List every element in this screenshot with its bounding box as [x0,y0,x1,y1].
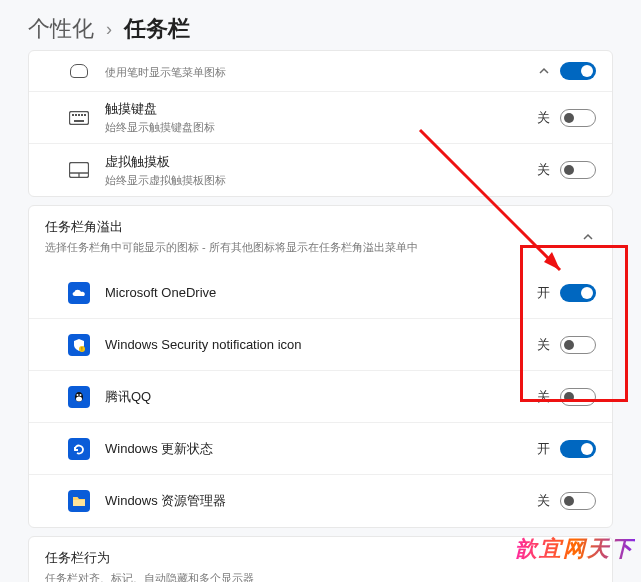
security-icon: ! [67,333,91,357]
setting-row-touch-keyboard: 触摸键盘 始终显示触摸键盘图标 关 [29,92,612,144]
overflow-row-explorer: Windows 资源管理器 关 [29,475,612,527]
svg-rect-0 [70,111,89,124]
toggle-pen-menu[interactable] [560,62,596,80]
breadcrumb-parent[interactable]: 个性化 [28,14,94,44]
app-label: 腾讯QQ [105,388,537,406]
setting-subtitle: 始终显示虚拟触摸板图标 [105,173,537,188]
toggle-onedrive[interactable] [560,284,596,302]
svg-rect-6 [74,120,84,122]
setting-title: 触摸键盘 [105,100,537,118]
app-label: Microsoft OneDrive [105,285,537,300]
setting-title: 虚拟触摸板 [105,153,537,171]
toggle-state-label: 开 [537,440,550,458]
qq-icon [67,385,91,409]
toggle-state-label: 关 [537,161,550,179]
section-subtitle: 选择任务栏角中可能显示的图标 - 所有其他图标将显示在任务栏角溢出菜单中 [45,240,580,255]
section-subtitle: 任务栏对齐、标记、自动隐藏和多个显示器 [45,571,596,582]
breadcrumb-current: 任务栏 [124,14,190,44]
svg-point-14 [77,394,79,396]
toggle-explorer[interactable] [560,492,596,510]
app-label: Windows Security notification icon [105,337,537,352]
chevron-right-icon: › [106,19,112,40]
onedrive-icon [67,281,91,305]
svg-rect-2 [75,114,77,116]
svg-text:!: ! [81,346,82,352]
toggle-security[interactable] [560,336,596,354]
app-label: Windows 资源管理器 [105,492,537,510]
section-title: 任务栏角溢出 [45,218,580,236]
overflow-row-onedrive: Microsoft OneDrive 开 [29,267,612,319]
chevron-up-icon[interactable] [536,63,552,79]
app-label: Windows 更新状态 [105,440,537,458]
update-icon [67,437,91,461]
keyboard-icon [67,106,91,130]
toggle-update[interactable] [560,440,596,458]
toggle-state-label: 开 [537,284,550,302]
svg-rect-16 [73,500,85,506]
svg-rect-3 [78,114,80,116]
explorer-icon [67,489,91,513]
setting-row-pen-menu: 使用笔时显示笔菜单图标 [29,51,612,92]
toggle-touch-keyboard[interactable] [560,109,596,127]
toggle-state-label: 关 [537,492,550,510]
overflow-row-security: ! Windows Security notification icon 关 [29,319,612,371]
taskbar-corner-icons-panel: 使用笔时显示笔菜单图标 触摸键盘 始终显示触摸键盘图标 关 虚拟触摸板 始终显示… [28,50,613,197]
setting-row-virtual-touchpad: 虚拟触摸板 始终显示虚拟触摸板图标 关 [29,144,612,196]
setting-subtitle: 始终显示触摸键盘图标 [105,120,537,135]
toggle-state-label: 关 [537,388,550,406]
watermark-text: 歆宜网天下 [515,534,635,564]
section-title: 任务栏行为 [45,549,596,567]
toggle-virtual-touchpad[interactable] [560,161,596,179]
overflow-row-update: Windows 更新状态 开 [29,423,612,475]
taskbar-overflow-panel: 任务栏角溢出 选择任务栏角中可能显示的图标 - 所有其他图标将显示在任务栏角溢出… [28,205,613,528]
setting-subtitle: 使用笔时显示笔菜单图标 [105,65,536,80]
touchpad-icon [67,158,91,182]
overflow-row-qq: 腾讯QQ 关 [29,371,612,423]
pen-icon [67,59,91,83]
svg-rect-5 [84,114,86,116]
chevron-up-icon[interactable] [580,229,596,245]
toggle-state-label: 关 [537,336,550,354]
toggle-qq[interactable] [560,388,596,406]
svg-point-15 [80,394,82,396]
svg-rect-1 [72,114,74,116]
svg-rect-4 [81,114,83,116]
svg-point-13 [76,396,82,401]
overflow-section-header[interactable]: 任务栏角溢出 选择任务栏角中可能显示的图标 - 所有其他图标将显示在任务栏角溢出… [29,206,612,267]
toggle-state-label: 关 [537,109,550,127]
